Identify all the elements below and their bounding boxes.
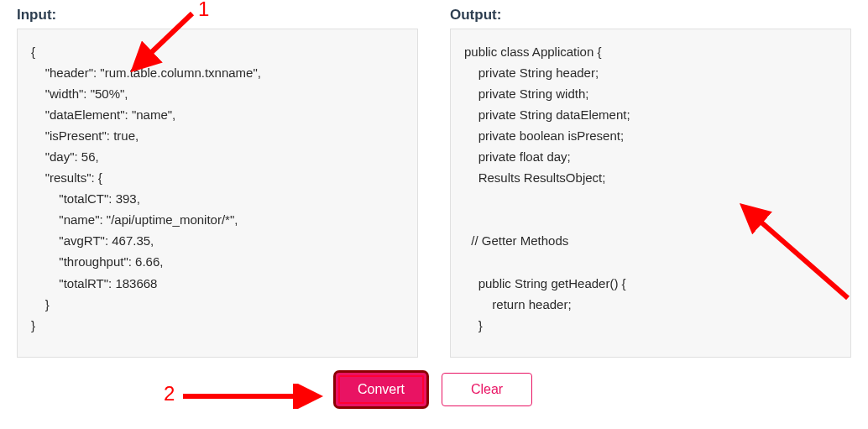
convert-button[interactable]: Convert — [336, 373, 426, 406]
input-panel: Input: { "header": "rum.table.column.txn… — [17, 7, 418, 358]
annotation-number-2: 2 — [164, 382, 175, 405]
clear-button[interactable]: Clear — [442, 373, 532, 406]
input-label: Input: — [17, 7, 418, 24]
output-code-box[interactable]: public class Application { private Strin… — [450, 29, 851, 358]
annotation-arrow-3-icon — [730, 197, 856, 306]
button-row: Convert Clear — [0, 373, 868, 406]
annotation-arrow-2-icon — [179, 384, 326, 409]
input-code-box[interactable]: { "header": "rum.table.column.txnname", … — [17, 29, 418, 358]
svg-line-5 — [747, 210, 848, 298]
output-label: Output: — [450, 7, 851, 24]
annotation-arrow-1-icon — [121, 7, 205, 78]
annotation-number-1: 1 — [198, 0, 209, 21]
svg-line-1 — [138, 13, 192, 65]
